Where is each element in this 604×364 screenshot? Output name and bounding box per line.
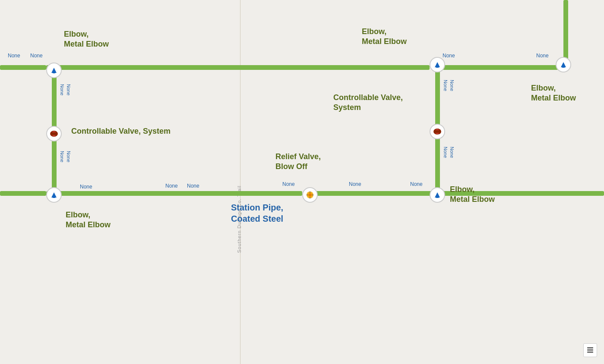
- elbow-blue-icon-4: [433, 191, 442, 199]
- pipe-label-none-17: None: [443, 147, 448, 158]
- pipe-label-none-7: None: [80, 184, 92, 190]
- node-elbow-top-right[interactable]: [430, 57, 445, 72]
- pipe-label-none-9: None: [187, 183, 199, 189]
- svg-rect-21: [562, 65, 565, 68]
- pipe-bottom-left: [0, 191, 46, 196]
- svg-point-8: [308, 193, 312, 197]
- pipe-label-none-14: None: [536, 53, 549, 59]
- pipe-bottom-middle-left: [46, 191, 302, 196]
- label-elbow-bottom-right: Elbow, Metal Elbow: [450, 185, 495, 205]
- pipe-label-none-6: None: [66, 151, 71, 162]
- elbow-blue-icon-3: [433, 60, 442, 69]
- node-elbow-bottom-right[interactable]: [430, 187, 445, 203]
- svg-rect-6: [53, 195, 55, 198]
- map-layers-control[interactable]: [583, 343, 597, 357]
- pipe-label-none-3: None: [60, 84, 65, 95]
- label-valve-right: Controllable Valve, System: [333, 93, 403, 113]
- svg-rect-19: [436, 195, 439, 198]
- pipe-label-none-11: None: [349, 181, 361, 187]
- pipe-right-bottom-vert: [435, 132, 440, 195]
- pipe-top-right: [437, 65, 564, 70]
- pipe-top-far-left: [0, 65, 46, 70]
- pipe-label-none-2: None: [30, 53, 43, 59]
- pipe-label-none-1: None: [8, 53, 20, 59]
- label-elbow-far-top-right: Elbow, Metal Elbow: [531, 83, 576, 104]
- pipe-label-none-13: None: [443, 53, 455, 59]
- pipe-label-none-18: None: [449, 147, 455, 158]
- pipe-label-none-16: None: [449, 80, 455, 91]
- label-valve-left: Controllable Valve, System: [71, 126, 171, 136]
- node-elbow-bottom-left[interactable]: [46, 187, 62, 203]
- pipe-right-top-vert: [435, 68, 440, 132]
- svg-rect-23: [587, 349, 593, 351]
- svg-rect-22: [587, 347, 593, 348]
- pipe-label-none-8: None: [165, 183, 178, 189]
- svg-rect-24: [587, 351, 593, 353]
- pipe-label-none-10: None: [282, 181, 295, 187]
- label-elbow-top-left: Elbow, Metal Elbow: [64, 29, 109, 50]
- trail-line: [240, 0, 240, 364]
- valve-red-icon: [49, 129, 59, 138]
- pipe-label-none-15: None: [443, 80, 448, 91]
- node-elbow-top-left[interactable]: [46, 63, 62, 78]
- pipe-top-far-right: [563, 0, 568, 65]
- label-elbow-top-right: Elbow, Metal Elbow: [362, 27, 407, 47]
- pipe-bottom-middle-right: [310, 191, 437, 196]
- node-elbow-far-top-right[interactable]: [556, 57, 571, 72]
- node-valve-right[interactable]: [430, 124, 445, 139]
- pipe-label-none-4: None: [66, 84, 71, 95]
- label-relief-valve: Relief Valve, Blow Off: [275, 152, 321, 172]
- pipe-label-none-5: None: [60, 151, 65, 162]
- pipe-top-middle: [46, 65, 430, 70]
- node-valve-left[interactable]: [46, 126, 62, 141]
- elbow-blue-icon-2: [50, 191, 58, 199]
- label-elbow-bottom-left: Elbow, Metal Elbow: [66, 210, 111, 230]
- elbow-blue-icon-5: [559, 60, 568, 69]
- pipe-left-bottom-vert: [52, 134, 57, 195]
- layers-icon: [586, 346, 594, 354]
- svg-rect-14: [436, 65, 439, 68]
- label-station-pipe: Station Pipe, Coated Steel: [231, 202, 283, 224]
- elbow-blue-icon: [50, 66, 58, 75]
- relief-valve-icon: [305, 190, 315, 200]
- valve-red-icon-2: [433, 127, 442, 136]
- map-container: Southern DuPage Co. Trail None None None…: [0, 0, 604, 364]
- node-relief-valve[interactable]: [302, 187, 318, 203]
- pipe-label-none-12: None: [410, 181, 423, 187]
- svg-rect-1: [53, 71, 55, 73]
